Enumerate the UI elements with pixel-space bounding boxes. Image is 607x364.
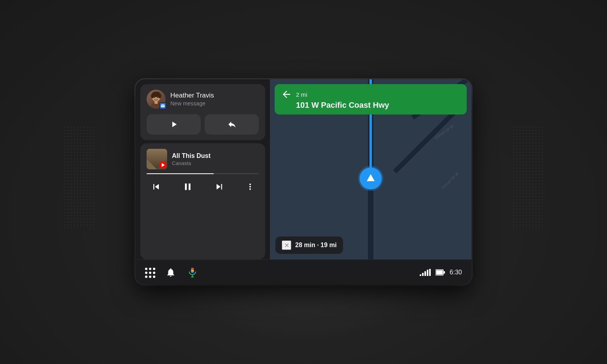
svg-point-7: [157, 97, 158, 98]
bottom-bar: 6:30: [136, 259, 471, 285]
speaker-grille-left: [63, 126, 95, 228]
grid-dot: [145, 272, 147, 274]
notifications-button[interactable]: [166, 267, 176, 278]
turn-street-name: 101 W Pacific Coast Hwy: [296, 101, 460, 110]
nav-arrow-icon: [367, 174, 375, 181]
song-artist: Canasta: [172, 160, 259, 166]
grid-dot: [149, 268, 151, 270]
youtube-music-badge: [159, 161, 166, 169]
grid-dot: [149, 276, 151, 278]
signal-bar-5: [429, 269, 431, 276]
signal-bars: [420, 269, 431, 276]
song-title: All This Dust: [172, 152, 259, 159]
battery-icon: [435, 269, 445, 276]
microphone-icon: [187, 267, 198, 278]
assistant-button[interactable]: [187, 267, 198, 278]
left-panel: Heather Travis New message: [136, 79, 270, 259]
grid-dot: [145, 276, 147, 278]
svg-point-2: [151, 94, 154, 98]
music-card: All This Dust Canasta: [140, 143, 265, 259]
previous-icon: [151, 181, 162, 192]
progress-fill: [147, 173, 214, 174]
music-controls: [147, 179, 259, 195]
play-message-button[interactable]: [147, 114, 201, 135]
svg-rect-11: [191, 270, 194, 272]
grid-dot: [149, 272, 151, 274]
reply-icon: [227, 120, 237, 129]
clock: 6:30: [450, 269, 462, 276]
notification-card: Heather Travis New message: [140, 84, 265, 140]
eta-close-button[interactable]: ✕: [282, 240, 291, 250]
song-info: All This Dust Canasta: [172, 152, 259, 166]
grid-dot: [145, 268, 147, 270]
signal-bar-1: [420, 274, 421, 276]
navigation-arrow: [360, 167, 382, 190]
grid-dot: [153, 268, 155, 270]
grid-icon: [145, 268, 155, 277]
signal-bar-4: [427, 270, 428, 276]
svg-rect-16: [436, 270, 443, 274]
turn-arrow-icon: [281, 89, 292, 100]
notification-text: Heather Travis New message: [170, 92, 214, 107]
avatar-container: [147, 90, 166, 109]
next-icon: [214, 181, 225, 192]
turn-distance-row: 2 mi: [281, 89, 460, 100]
android-auto-screen: Heather Travis New message: [136, 79, 471, 285]
svg-point-6: [154, 97, 155, 98]
play-icon: [169, 120, 179, 129]
bottom-right: 6:30: [420, 269, 462, 276]
message-badge-icon: [161, 104, 165, 108]
reply-button[interactable]: [205, 114, 259, 135]
svg-rect-5: [155, 101, 158, 104]
notification-actions: [147, 114, 259, 135]
svg-rect-10: [191, 268, 194, 269]
message-preview: New message: [170, 100, 214, 107]
more-options-button[interactable]: [243, 180, 257, 194]
notification-header: Heather Travis New message: [147, 90, 259, 109]
next-button[interactable]: [211, 179, 227, 195]
signal-bar-2: [422, 273, 424, 276]
progress-bar[interactable]: [147, 173, 259, 174]
pause-icon: [182, 181, 193, 192]
eta-text: 28 min · 19 mi: [295, 242, 337, 249]
contact-name: Heather Travis: [170, 92, 214, 99]
content-area: Heather Travis New message: [136, 79, 471, 259]
youtube-play-icon: [162, 163, 165, 167]
more-icon: [245, 182, 255, 191]
eta-card: ✕ 28 min · 19 mi: [275, 236, 343, 254]
pause-button[interactable]: [180, 179, 196, 195]
bottom-left-controls: [145, 267, 198, 278]
turn-distance-text: 2 mi: [296, 91, 307, 98]
bell-icon: [166, 267, 176, 278]
signal-bar-3: [424, 271, 426, 276]
svg-point-3: [158, 94, 161, 98]
turn-banner: 2 mi 101 W Pacific Coast Hwy: [275, 84, 467, 114]
svg-rect-15: [443, 271, 445, 274]
speaker-grille-right: [512, 126, 544, 228]
map-panel[interactable]: Gilman Dr W Gilman Dr W 2 mi 101 W Pacif…: [270, 79, 471, 259]
message-badge: [159, 102, 166, 109]
nav-arrow-circle: [360, 167, 382, 190]
album-art: [147, 149, 167, 169]
previous-button[interactable]: [148, 179, 164, 195]
grid-dot: [153, 272, 155, 274]
grid-dot: [153, 276, 155, 278]
apps-button[interactable]: [145, 268, 155, 277]
music-header: All This Dust Canasta: [147, 149, 259, 169]
